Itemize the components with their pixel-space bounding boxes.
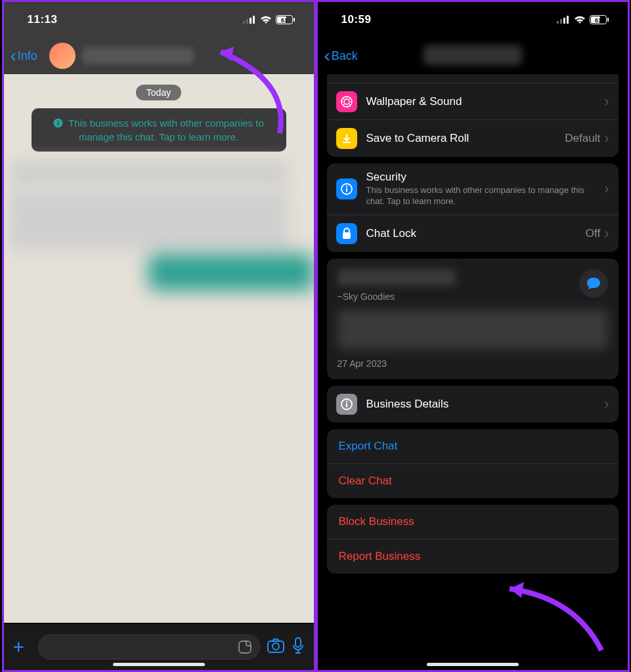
wallpaper-icon xyxy=(336,91,357,112)
contact-avatar[interactable] xyxy=(49,43,76,69)
list-item[interactable] xyxy=(327,74,619,83)
status-time: 10:59 xyxy=(341,13,372,26)
back-label: Back xyxy=(332,49,358,63)
message-bubble-outgoing[interactable] xyxy=(148,254,314,291)
date-separator: Today xyxy=(136,85,181,100)
wifi-icon xyxy=(260,15,272,24)
contact-name[interactable] xyxy=(82,47,194,64)
export-chat-button[interactable]: Export Chat xyxy=(327,429,619,464)
mic-button[interactable] xyxy=(292,637,305,657)
svg-rect-27 xyxy=(346,188,347,192)
svg-rect-31 xyxy=(346,403,347,407)
chevron-left-icon: ‹ xyxy=(324,47,330,65)
chevron-right-icon: › xyxy=(604,93,609,110)
wifi-icon xyxy=(574,15,586,24)
status-icons: 61 xyxy=(557,15,609,24)
chat-lock-row[interactable]: Chat Lock Off › xyxy=(327,215,619,252)
svg-point-30 xyxy=(345,401,347,402)
home-indicator[interactable] xyxy=(427,663,519,666)
business-details-row[interactable]: Business Details › xyxy=(327,386,619,423)
svg-rect-1 xyxy=(246,19,248,24)
svg-rect-17 xyxy=(563,18,565,24)
message-bubble[interactable] xyxy=(9,191,288,250)
back-button[interactable]: ‹ Back xyxy=(324,47,358,65)
block-business-button[interactable]: Block Business xyxy=(327,505,619,539)
info-icon: i xyxy=(53,118,63,128)
attach-button[interactable]: + xyxy=(13,636,32,658)
svg-rect-22 xyxy=(607,18,609,22)
info-text: This business works with other companies… xyxy=(68,117,264,142)
camera-button[interactable] xyxy=(267,638,285,656)
clear-chat-button[interactable]: Clear Chat xyxy=(327,464,619,498)
business-date: 27 Apr 2023 xyxy=(337,358,608,369)
svg-rect-0 xyxy=(243,21,245,24)
status-icons: 61 xyxy=(243,15,295,24)
cellular-icon xyxy=(557,16,570,24)
cellular-icon xyxy=(243,16,256,24)
svg-rect-10 xyxy=(239,641,251,653)
sticker-icon[interactable] xyxy=(237,639,253,658)
business-name xyxy=(337,269,456,286)
row-label: Business Details xyxy=(366,398,605,411)
home-indicator[interactable] xyxy=(113,663,205,666)
back-label: Info xyxy=(18,49,37,63)
svg-rect-2 xyxy=(250,18,251,24)
svg-rect-16 xyxy=(560,19,562,24)
status-bar: 10:59 61 xyxy=(318,2,628,37)
business-handle: ~Sky Goodies xyxy=(337,291,608,302)
security-row[interactable]: Security This business works with other … xyxy=(327,163,619,215)
chevron-right-icon: › xyxy=(604,130,609,147)
row-value: Default xyxy=(565,132,600,145)
row-label: Wallpaper & Sound xyxy=(366,95,605,108)
svg-rect-13 xyxy=(295,638,301,647)
chevron-right-icon: › xyxy=(604,225,609,242)
row-label: Chat Lock xyxy=(366,227,586,240)
svg-rect-15 xyxy=(557,21,559,24)
business-card: ~Sky Goodies 27 Apr 2023 xyxy=(327,259,619,379)
chevron-right-icon: › xyxy=(604,180,609,198)
svg-rect-18 xyxy=(567,16,569,24)
save-camera-roll-row[interactable]: Save to Camera Roll Default › xyxy=(327,120,619,157)
back-button[interactable]: ‹ Info xyxy=(11,47,37,65)
lock-icon xyxy=(336,223,357,244)
row-label: Save to Camera Roll xyxy=(366,132,565,145)
status-bar: 11:13 61 xyxy=(4,2,314,37)
svg-text:61: 61 xyxy=(280,17,287,24)
row-label: Security xyxy=(366,171,605,184)
row-value: Off xyxy=(586,227,600,240)
business-info-banner[interactable]: i This business works with other compani… xyxy=(32,108,286,152)
info-icon xyxy=(336,394,357,415)
message-bubble[interactable] xyxy=(9,161,288,187)
row-subtitle: This business works with other companies… xyxy=(366,185,605,207)
chat-icon-button[interactable] xyxy=(579,269,608,298)
wallpaper-sound-row[interactable]: Wallpaper & Sound › xyxy=(327,83,619,120)
download-icon xyxy=(336,128,357,149)
page-title xyxy=(424,45,522,65)
business-description xyxy=(337,310,608,349)
chat-top-bar: ‹ Info xyxy=(4,37,314,74)
svg-text:61: 61 xyxy=(594,17,601,24)
settings-top-bar: ‹ Back xyxy=(318,37,628,74)
message-input[interactable] xyxy=(38,635,260,660)
svg-text:i: i xyxy=(57,119,59,127)
svg-point-24 xyxy=(344,99,349,104)
svg-point-23 xyxy=(341,96,352,107)
chevron-right-icon: › xyxy=(604,396,609,413)
chevron-left-icon: ‹ xyxy=(11,47,16,65)
svg-point-12 xyxy=(272,643,279,650)
info-icon xyxy=(336,178,357,200)
battery-icon: 61 xyxy=(276,15,295,24)
chat-icon xyxy=(586,277,601,290)
svg-rect-28 xyxy=(343,232,351,239)
status-time: 11:13 xyxy=(28,13,58,26)
svg-rect-3 xyxy=(253,16,255,24)
battery-icon: 61 xyxy=(590,15,609,24)
svg-rect-7 xyxy=(294,18,295,22)
svg-point-26 xyxy=(345,186,347,187)
report-business-button[interactable]: Report Business xyxy=(327,539,619,574)
chat-body: Today i This business works with other c… xyxy=(4,74,314,623)
